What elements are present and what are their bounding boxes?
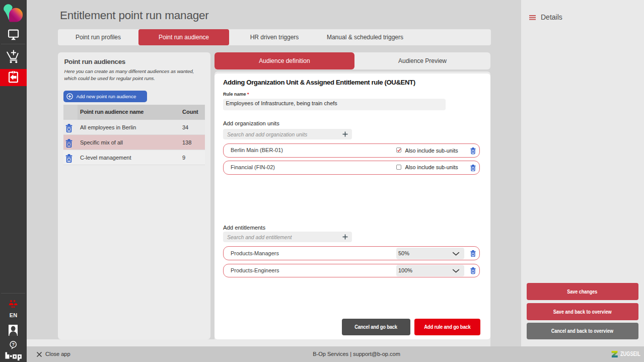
svg-text:?: ?	[12, 342, 15, 347]
